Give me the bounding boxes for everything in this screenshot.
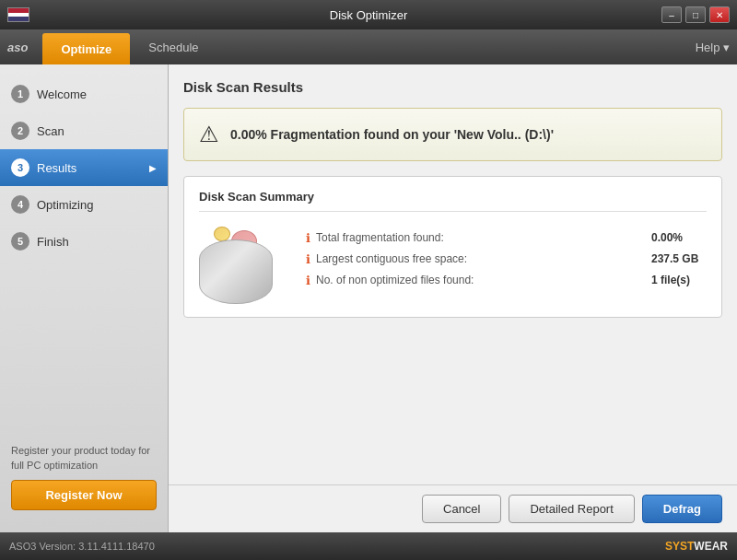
step-num-finish: 5	[11, 232, 29, 251]
tab-optimize[interactable]: Optimize	[42, 33, 130, 64]
disk-base	[199, 239, 273, 304]
stat-label-fragmentation: Total fragmentation found:	[316, 231, 646, 244]
summary-stats: ℹ Total fragmentation found: 0.00% ℹ Lar…	[306, 231, 707, 295]
title-bar: Disk Optimizer – □ ✕	[0, 0, 737, 29]
title-bar-left	[7, 7, 29, 22]
stat-label-nonoptimized: No. of non optimized files found:	[316, 274, 646, 286]
flag-icon	[7, 7, 29, 22]
step-num-scan: 2	[11, 122, 29, 140]
register-now-button[interactable]: Register Now	[11, 480, 157, 510]
defrag-button[interactable]: Defrag	[642, 495, 722, 523]
sidebar-item-label-optimizing: Optimizing	[37, 198, 157, 212]
nav-bar: aso Optimize Schedule Help ▾	[0, 29, 737, 64]
alert-icon: ⚠	[199, 122, 219, 147]
step-num-optimizing: 4	[11, 195, 29, 214]
sidebar-item-results[interactable]: 3 Results ▶	[0, 149, 168, 186]
step-num-welcome: 1	[11, 85, 29, 103]
stat-value-nonoptimized: 1 file(s)	[651, 274, 707, 286]
tab-schedule[interactable]: Schedule	[130, 29, 216, 64]
stat-row-freespace: ℹ Largest contiguous free space: 237.5 G…	[306, 252, 707, 266]
brand-text: SYSTWEAR	[665, 540, 728, 553]
register-text: Register your product today for full PC …	[11, 444, 157, 472]
sidebar: 1 Welcome 2 Scan 3 Results ▶ 4 Optimizin…	[0, 64, 169, 532]
stat-row-nonoptimized: ℹ No. of non optimized files found: 1 fi…	[306, 274, 707, 287]
stat-label-freespace: Largest contiguous free space:	[316, 252, 646, 265]
sidebar-item-optimizing[interactable]: 4 Optimizing	[0, 186, 168, 223]
sidebar-item-label-welcome: Welcome	[37, 88, 157, 101]
main-wrapper: Disk Scan Results ⚠ 0.00% Fragmentation …	[169, 64, 737, 532]
close-button[interactable]: ✕	[709, 6, 730, 23]
maximize-button[interactable]: □	[685, 6, 706, 23]
sidebar-item-scan[interactable]: 2 Scan	[0, 112, 168, 149]
summary-card: Disk Scan Summary ℹ Total fragmentation …	[183, 176, 722, 318]
stat-row-fragmentation: ℹ Total fragmentation found: 0.00%	[306, 231, 707, 245]
sidebar-item-label-scan: Scan	[37, 124, 157, 138]
version-text: ASO3 Version: 3.11.4111.18470	[9, 541, 155, 552]
disk-graphic	[199, 221, 291, 304]
help-menu[interactable]: Help ▾	[696, 29, 730, 64]
summary-body: ℹ Total fragmentation found: 0.00% ℹ Lar…	[199, 221, 707, 304]
title-bar-controls: – □ ✕	[661, 6, 730, 23]
detailed-report-button[interactable]: Detailed Report	[509, 495, 634, 523]
stat-icon-fragmentation: ℹ	[306, 231, 310, 245]
sidebar-item-label-results: Results	[37, 161, 142, 175]
stat-value-fragmentation: 0.00%	[651, 231, 707, 244]
alert-message: 0.00% Fragmentation found on your 'New V…	[230, 127, 554, 142]
nav-logo: aso	[7, 29, 28, 64]
sidebar-item-welcome[interactable]: 1 Welcome	[0, 76, 168, 112]
sidebar-item-label-finish: Finish	[37, 235, 157, 249]
nav-logo-text: aso	[7, 41, 28, 54]
alert-banner: ⚠ 0.00% Fragmentation found on your 'New…	[183, 108, 722, 161]
results-arrow-icon: ▶	[149, 163, 157, 173]
stat-icon-freespace: ℹ	[306, 252, 310, 266]
stat-value-freespace: 237.5 GB	[651, 252, 707, 265]
content-title: Disk Scan Results	[183, 79, 722, 95]
action-footer: Cancel Detailed Report Defrag	[169, 484, 737, 532]
content-area: Disk Scan Results ⚠ 0.00% Fragmentation …	[169, 64, 737, 484]
cancel-button[interactable]: Cancel	[422, 495, 501, 523]
stat-icon-nonoptimized: ℹ	[306, 274, 310, 287]
summary-title: Disk Scan Summary	[199, 190, 707, 212]
window-title: Disk Optimizer	[330, 8, 408, 22]
step-num-results: 3	[11, 158, 29, 177]
sidebar-item-finish[interactable]: 5 Finish	[0, 223, 168, 260]
main-layout: 1 Welcome 2 Scan 3 Results ▶ 4 Optimizin…	[0, 64, 737, 532]
bottom-bar: ASO3 Version: 3.11.4111.18470 SYSTWEAR	[0, 532, 737, 560]
sidebar-register: Register your product today for full PC …	[0, 433, 168, 521]
minimize-button[interactable]: –	[661, 6, 682, 23]
